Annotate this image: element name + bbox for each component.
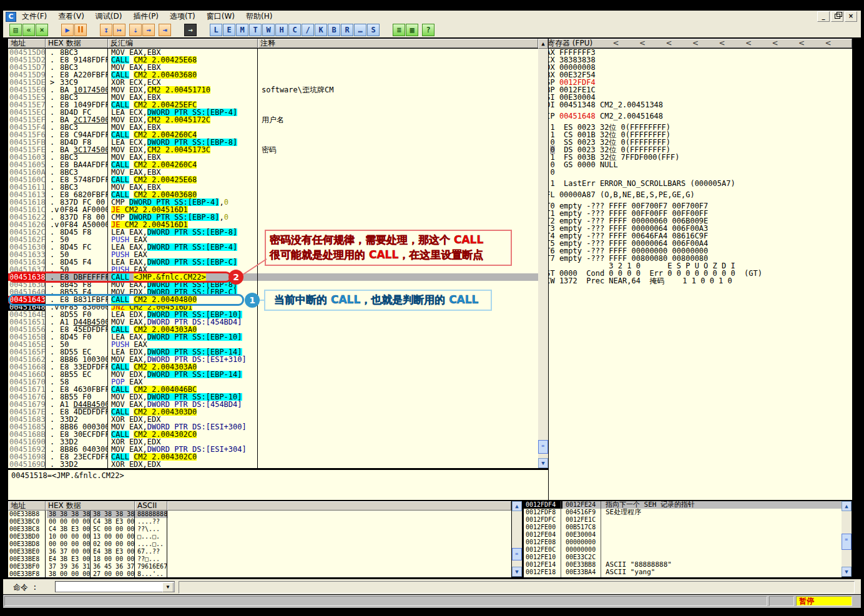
cpu-window-button[interactable]: C [288,24,301,36]
disasm-row[interactable]: 004515D2.E8 9148FDFFCALL CM2_2.00425E68 [8,56,538,64]
go-to-address-button[interactable]: → [184,24,197,36]
trace-over-button[interactable]: ⇝ [142,24,155,36]
disasm-scrollbar-track[interactable] [538,49,548,458]
debug-options-button[interactable]: ≡ [393,24,405,36]
dump-header-address[interactable]: 地址 [8,501,46,511]
disasm-row[interactable]: 0045165E.50PUSH EAX [8,341,538,348]
executables-window-button[interactable]: E [223,24,235,36]
run-trace-window-button[interactable]: … [354,24,366,36]
register-line[interactable]: T 0 GS 0000 NULL [549,161,852,169]
handles-window-button[interactable]: H [275,24,288,36]
disasm-row[interactable]: 00451605.E8 BA4AFDFFCALL CM2_2.004260C4 [8,161,538,169]
dump-row[interactable]: 00E33BF037 39 36 3136 45 36 3779616E67 [8,563,511,570]
stack-row[interactable]: 0012FE1800E33BA4ASCII "yang" [524,569,842,576]
pause-button[interactable] [74,24,87,36]
close-program-button[interactable]: × [36,24,48,36]
disasm-row[interactable]: 0045164E.8D55 F0LEA EDX,DWORD PTR SS:[EB… [8,311,538,318]
stack-row[interactable]: 0012FE0C00000000 [524,546,842,554]
disasm-row[interactable]: 0045160C.E8 5748FDFFCALL CM2_2.00425E68 [8,176,538,183]
col-header-address[interactable]: 地址 [8,39,46,48]
command-input[interactable]: ▼ [55,581,175,592]
disasm-row[interactable]: 004515D9.E8 A220FBFFCALL CM2_2.00403680 [8,71,538,79]
chevron-down-icon[interactable]: ▼ [162,582,174,592]
dump-row[interactable]: 00E33BE8E4 3B E3 0018 00 00 00??□... [8,555,511,563]
disasm-row[interactable]: 004515DE>33C9XOR ECX,ECX [8,79,538,86]
disasm-row[interactable]: 0045166D.8B55 ECMOV EDX,DWORD PTR SS:[EB… [8,371,538,378]
log-window-button[interactable]: L [210,24,222,36]
disasm-row[interactable]: 00451611.8BC3MOV EAX,EBX [8,183,538,191]
register-line[interactable]: EDI 00451348 CM2_2.00451348 [549,101,852,109]
disasm-row[interactable]: 00451683.33D2XOR EDX,EDX [8,416,538,423]
register-line[interactable]: EFL 00000A87 (O,B,NE,BE,S,PE,GE,G) [549,191,852,198]
dump-scrollbar-thumb[interactable]: ≡ [512,548,522,560]
stack-scroll-up-button[interactable]: ▲ [842,501,852,511]
call-stack-window-button[interactable]: K [315,24,327,36]
disasm-row[interactable]: 00451698.E8 23ECFDFFCALL CM2_2.004302C0 [8,453,538,461]
close-button[interactable]: × [845,11,857,22]
disasm-row[interactable]: 004515EF.BA 2C174500MOV EDX,CM2_2.004517… [8,116,538,124]
dump-row[interactable]: 00E33BC8C4 3B E3 005C 00 00 00??\... [8,526,511,533]
stack-row[interactable]: 0012FE0000B517C8 [524,524,842,531]
menu-item[interactable]: 文件(F) [16,11,52,22]
step-into-button[interactable]: ↧ [100,24,112,36]
register-line[interactable]: EIP 00451648 CM2_2.00451648 [549,112,852,120]
open-file-button[interactable]: ▤ [9,24,22,36]
disasm-row[interactable]: 00451622.837D F8 00CMP DWORD PTR SS:[EBP… [8,213,538,221]
disasm-row[interactable]: 004515E7.E8 1049FDFFCALL CM2_2.00425EFC [8,101,538,109]
disasm-row[interactable]: 004515D7.8BC3MOV EAX,EBX [8,64,538,71]
menu-item[interactable]: 调试(D) [90,11,128,22]
disasm-row[interactable]: 004515F6.E8 C94AFDFFCALL CM2_2.004260C4 [8,131,538,139]
execute-till-return-button[interactable]: ⇥ [159,24,171,36]
step-over-button[interactable]: ↦ [113,24,125,36]
dump-row[interactable]: 00E33BD800 00 00 0002 00 00 00....□.. [8,540,511,548]
register-line[interactable]: O 1 LastErr ERROR_NO_SCROLLBARS (000005A… [549,180,852,187]
disasm-row[interactable]: 0045167E.E8 4DEDFDFFCALL CM2_2.004303D0 [8,408,538,416]
disasm-row[interactable]: 00451690.33D2XOR EDX,EDX [8,438,538,446]
disasm-row[interactable]: 00451685.8B86 00030000MOV EAX,DWORD PTR … [8,423,538,431]
stack-scrollbar-thumb[interactable]: ≡ [842,534,852,550]
menu-item[interactable]: 插件(P) [127,11,164,22]
threads-window-button[interactable]: T [249,24,262,36]
references-window-button[interactable]: R [341,24,353,36]
disasm-row[interactable]: 0045169D.33D2XOR EDX,EDX [8,461,538,468]
disasm-row[interactable]: 00451676.8B55 F0MOV EDX,DWORD PTR SS:[EB… [8,393,538,401]
menu-item[interactable]: 选项(T) [164,11,201,22]
stack-pane[interactable]: 0012FDF40012FE24指向下一个 SEH 记录的指针0012FDF80… [524,501,842,577]
stack-row[interactable]: 0012FE1000E33C2C [524,554,842,561]
col-header-comment[interactable]: 注释 [258,39,538,48]
dump-header-hex[interactable]: HEX 数据 [46,501,135,511]
disasm-row[interactable]: 00451626.v0F84 A5000000JE CM2_2.004516D1 [8,221,538,228]
disasm-row[interactable]: 004515EC.8D4D FCLEA ECX,DWORD PTR SS:[EB… [8,109,538,116]
disasm-row[interactable]: 00451613.E8 6820FBFFCALL CM2_2.00403680 [8,191,538,198]
disasm-row[interactable]: 00451651.A1 D44B4500MOV EAX,DWORD PTR DS… [8,318,538,326]
help-button[interactable]: ? [422,24,434,36]
menu-item[interactable]: 查看(V) [52,11,90,22]
register-line[interactable]: FCW 1372 Prec NEAR,64 掩码 1 1 0 0 1 0 [549,277,852,285]
dump-scroll-down-button[interactable]: ▼ [512,567,522,577]
run-button[interactable]: ▶ [61,24,74,36]
source-window-button[interactable]: S [367,24,380,36]
dump-header-ascii[interactable]: ASCII [135,501,167,511]
disasm-row[interactable]: 00451668.E8 33EDFDFFCALL CM2_2.004303A0 [8,363,538,371]
disasm-row[interactable]: 00451670.58POP EAX [8,378,538,386]
restart-button[interactable]: « [22,24,35,36]
disasm-row[interactable]: 004515D0.8BC3MOV EAX,EBX [8,49,538,56]
stack-row[interactable]: 0012FDF40012FE24指向下一个 SEH 记录的指针 [524,501,842,509]
scroll-down-button[interactable]: ▼ [538,458,548,468]
disasm-row[interactable]: 004515E0.BA 10174500MOV EDX,CM2_2.004517… [8,86,538,94]
disasm-row[interactable]: 004515FB.8D4D F8LEA ECX,DWORD PTR SS:[EB… [8,139,538,146]
disasm-row[interactable]: 00451692.8B86 04030000MOV EAX,DWORD PTR … [8,446,538,453]
col-header-hex[interactable]: HEX 数据 [46,39,108,48]
stack-row[interactable]: 0012FDFC0012FE1C [524,516,842,524]
disasm-row[interactable]: 00451662.8B86 10030000MOV EAX,DWORD PTR … [8,356,538,363]
registers-pane[interactable]: EAX FFFFFFF3ECX 38383838EDX 00000008EBX … [549,49,852,500]
scroll-up-button[interactable]: ▲ [538,39,548,49]
memory-window-button[interactable]: M [236,24,248,36]
disasm-row[interactable]: 00451671.E8 4630FBFFCALL CM2_2.004046BC [8,386,538,393]
disasm-row[interactable]: 0045165B.8D45 F0LEA EAX,DWORD PTR SS:[EB… [8,333,538,341]
stack-row[interactable]: 0012FE1400E33BB8ASCII "88888888" [524,561,842,569]
disasm-row[interactable]: 00451638.E8 DBFEFFFFCALL <JMP.&fnlc.CM22… [8,273,538,281]
menu-item[interactable]: 帮助(H) [240,11,278,22]
menu-item[interactable]: 窗口(W) [201,11,240,22]
dump-pane[interactable]: 00E33BB838 38 38 3838 38 38 388888888800… [8,511,511,577]
